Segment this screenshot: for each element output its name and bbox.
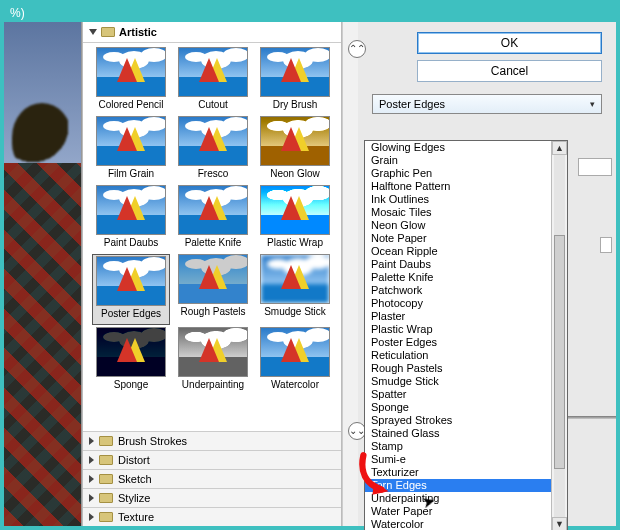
thumb-preview [96,327,166,377]
dropdown-item[interactable]: Smudge Stick [365,375,551,388]
category-label: Texture [118,511,154,523]
filter-thumb[interactable]: Watercolor [256,327,334,394]
thumb-label: Cutout [198,97,227,114]
chevron-down-icon: ⌄⌄ [349,426,365,436]
filter-thumb[interactable]: Sponge [92,327,170,394]
dropdown-item[interactable]: Ocean Ripple [365,245,551,258]
thumb-preview [260,47,330,97]
thumb-label: Colored Pencil [98,97,163,114]
dropdown-item[interactable]: Neon Glow [365,219,551,232]
thumb-preview [178,185,248,235]
dropdown-item[interactable]: Glowing Edges [365,141,551,154]
category-label: Brush Strokes [118,435,187,447]
folder-icon [99,474,113,484]
thumb-preview [96,185,166,235]
dropdown-item[interactable]: Graphic Pen [365,167,551,180]
dropdown-item[interactable]: Sprayed Strokes [365,414,551,427]
filter-thumb[interactable]: Rough Pastels [174,254,252,325]
disclosure-closed-icon [89,513,94,521]
filter-select[interactable]: Poster Edges ▾ [372,94,602,114]
cancel-button[interactable]: Cancel [417,60,602,82]
dropdown-item[interactable]: Stained Glass [365,427,551,440]
thumbnail-grid: Colored PencilCutoutDry BrushFilm GrainF… [83,43,341,431]
dropdown-item[interactable]: Photocopy [365,297,551,310]
filter-thumb[interactable]: Underpainting [174,327,252,394]
thumb-label: Smudge Stick [264,304,326,321]
filter-thumb[interactable]: Dry Brush [256,47,334,114]
filter-thumb[interactable]: Film Grain [92,116,170,183]
dropdown-item[interactable]: Mosaic Tiles [365,206,551,219]
thumb-label: Sponge [114,377,148,394]
dropdown-item[interactable]: Ink Outlines [365,193,551,206]
category-header[interactable]: Distort [83,450,341,469]
gallery-scrollbar[interactable] [342,22,358,526]
slider-stub[interactable] [600,237,612,253]
filter-thumb[interactable]: Plastic Wrap [256,185,334,252]
dropdown-item[interactable]: Watercolor [365,518,551,530]
dropdown-scrollbar[interactable]: ▲ ▼ [551,141,567,530]
filter-gallery: Artistic Colored PencilCutoutDry BrushFi… [82,22,342,526]
category-header[interactable]: Texture [83,507,341,526]
folder-icon [99,493,113,503]
disclosure-closed-icon [89,494,94,502]
category-label: Stylize [118,492,150,504]
category-label: Sketch [118,473,152,485]
category-header[interactable]: Sketch [83,469,341,488]
collapse-top-button[interactable]: ⌃⌃ [348,40,366,58]
dropdown-item[interactable]: Reticulation [365,349,551,362]
disclosure-closed-icon [89,437,94,445]
folder-icon [101,27,115,37]
filter-thumb[interactable]: Poster Edges [92,254,170,325]
filter-thumb[interactable]: Cutout [174,47,252,114]
thumb-preview [260,254,330,304]
dropdown-item[interactable]: Grain [365,154,551,167]
thumb-preview [260,116,330,166]
folder-icon [99,512,113,522]
ok-button[interactable]: OK [417,32,602,54]
category-header[interactable]: Stylize [83,488,341,507]
dropdown-item[interactable]: Paint Daubs [365,258,551,271]
thumb-label: Rough Pastels [180,304,245,321]
disclosure-closed-icon [89,456,94,464]
dialog-body: Artistic Colored PencilCutoutDry BrushFi… [4,22,616,526]
thumb-preview [96,47,166,97]
thumb-preview [178,254,248,304]
dropdown-item[interactable]: Poster Edges [365,336,551,349]
filter-thumb[interactable]: Colored Pencil [92,47,170,114]
dropdown-item[interactable]: Water Paper [365,505,551,518]
thumb-label: Plastic Wrap [267,235,323,252]
thumb-label: Dry Brush [273,97,317,114]
thumb-label: Watercolor [271,377,319,394]
slider-stub[interactable] [578,158,612,176]
dropdown-item[interactable]: Halftone Pattern [365,180,551,193]
dropdown-item[interactable]: Sponge [365,401,551,414]
filter-thumb[interactable]: Paint Daubs [92,185,170,252]
thumb-label: Paint Daubs [104,235,158,252]
preview-pane [4,22,82,526]
thumb-preview [260,185,330,235]
thumb-preview [96,256,166,306]
thumb-preview [178,47,248,97]
dropdown-item[interactable]: Rough Pastels [365,362,551,375]
filter-thumb[interactable]: Fresco [174,116,252,183]
folder-icon [99,436,113,446]
scroll-down-icon[interactable]: ▼ [552,517,567,530]
category-header-artistic[interactable]: Artistic [83,22,341,43]
dropdown-item[interactable]: Plaster [365,310,551,323]
disclosure-open-icon [89,29,97,35]
collapsed-categories: Brush StrokesDistortSketchStylizeTexture [83,431,341,526]
category-header[interactable]: Brush Strokes [83,431,341,450]
chevron-down-icon: ▾ [590,99,595,109]
category-label: Distort [118,454,150,466]
thumb-label: Film Grain [108,166,154,183]
dropdown-item[interactable]: Note Paper [365,232,551,245]
dropdown-item[interactable]: Plastic Wrap [365,323,551,336]
dropdown-item[interactable]: Spatter [365,388,551,401]
scroll-up-icon[interactable]: ▲ [552,141,567,155]
dropdown-item[interactable]: Patchwork [365,284,551,297]
filter-thumb[interactable]: Smudge Stick [256,254,334,325]
filter-thumb[interactable]: Palette Knife [174,185,252,252]
dropdown-item[interactable]: Palette Knife [365,271,551,284]
thumb-preview [260,327,330,377]
filter-thumb[interactable]: Neon Glow [256,116,334,183]
